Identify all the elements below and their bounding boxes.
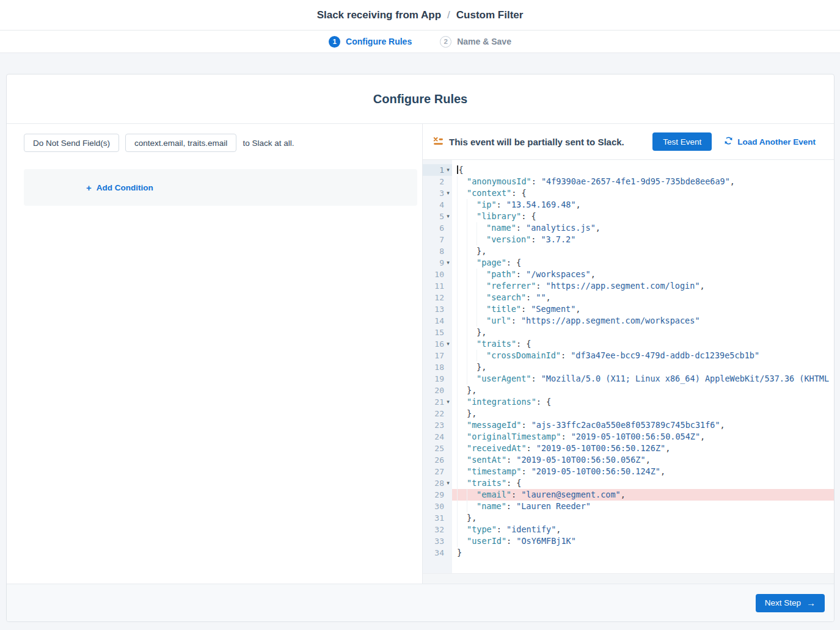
fold-toggle-icon[interactable]: ▾ (444, 338, 452, 350)
gutter-line-20: 20 (423, 385, 452, 396)
code-line-1: { (457, 164, 834, 176)
rule-fields-button[interactable]: context.email, traits.email (125, 134, 236, 152)
card-header: Configure Rules (7, 74, 834, 124)
fold-toggle-icon[interactable]: ▾ (444, 187, 452, 199)
gutter-line-4: 4 (423, 199, 452, 211)
line-number: 15 (434, 327, 444, 338)
fold-toggle-icon[interactable]: ▾ (444, 396, 452, 408)
partial-send-icon (433, 137, 444, 147)
gutter-line-12: 12 (423, 292, 452, 303)
editor-code[interactable]: {"anonymousId": "4f9390ae-2657-4fe1-9d95… (452, 160, 834, 573)
line-number: 7 (439, 234, 444, 245)
line-number: 16 (434, 338, 444, 350)
gutter-line-15: 15 (423, 327, 452, 338)
code-line-11: "referrer": "https://app.segment.com/log… (457, 280, 834, 292)
load-another-event-label: Load Another Event (737, 137, 816, 147)
breadcrumb-secondary: Custom Filter (456, 9, 524, 21)
rule-action-button[interactable]: Do Not Send Field(s) (24, 134, 119, 152)
gutter-line-3: 3▾ (423, 187, 452, 199)
gutter-line-28: 28▾ (423, 477, 452, 489)
line-number: 26 (434, 454, 444, 466)
code-line-27: "timestamp": "2019-05-10T00:56:50.124Z", (457, 466, 834, 477)
code-line-10: "path": "/workspaces", (457, 269, 834, 280)
code-line-24: "originalTimestamp": "2019-05-10T00:56:5… (457, 431, 834, 443)
code-line-25: "receivedAt": "2019-05-10T00:56:50.126Z"… (457, 443, 834, 454)
gutter-line-32: 32 (423, 524, 452, 535)
text-cursor (457, 165, 458, 174)
line-number: 6 (439, 222, 444, 234)
gutter-line-23: 23 (423, 419, 452, 431)
line-number: 24 (434, 431, 444, 443)
code-line-17: "crossDomainId": "df3a47ee-bcc9-479d-add… (457, 350, 834, 361)
editor-horizontal-scrollbar[interactable] (423, 573, 834, 584)
line-number: 34 (434, 547, 444, 559)
line-number: 31 (434, 512, 444, 524)
gutter-line-6: 6 (423, 222, 452, 234)
gutter-line-7: 7 (423, 234, 452, 245)
line-number: 8 (439, 245, 444, 257)
gutter-line-14: 14 (423, 315, 452, 327)
gutter-line-16: 16▾ (423, 338, 452, 350)
gutter-line-17: 17 (423, 350, 452, 361)
gutter-line-13: 13 (423, 303, 452, 315)
gutter-line-26: 26 (423, 454, 452, 466)
add-condition-box: + Add Condition (24, 169, 417, 206)
line-number: 33 (434, 535, 444, 547)
line-number: 17 (434, 350, 444, 361)
code-line-23: "messageId": "ajs-33ffc2ac0a550e8f053789… (457, 419, 834, 431)
load-another-event-button[interactable]: Load Another Event (724, 136, 816, 147)
gutter-line-21: 21▾ (423, 396, 452, 408)
refresh-icon (724, 136, 733, 147)
code-line-22: }, (457, 408, 834, 419)
json-editor[interactable]: 1▾23▾45▾6789▾10111213141516▾1718192021▾2… (423, 160, 834, 573)
line-number: 4 (439, 199, 444, 211)
rules-panel: Do Not Send Field(s) context.email, trai… (7, 124, 422, 584)
code-line-21: "integrations": { (457, 396, 834, 408)
code-line-8: }, (457, 245, 834, 257)
fold-toggle-icon[interactable]: ▾ (444, 164, 452, 176)
gutter-line-34: 34 (423, 547, 452, 559)
code-line-34: } (457, 547, 834, 559)
wizard-steps: 1 Configure Rules 2 Name & Save (0, 31, 840, 53)
code-line-19: "userAgent": "Mozilla/5.0 (X11; Linux x8… (457, 373, 834, 385)
code-line-26: "sentAt": "2019-05-10T00:56:50.056Z", (457, 454, 834, 466)
line-number: 13 (434, 303, 444, 315)
line-number: 27 (434, 466, 444, 477)
page-header: Slack receiving from App/Custom Filter (0, 0, 840, 31)
line-number: 19 (434, 373, 444, 385)
event-header: This event will be partially sent to Sla… (423, 124, 834, 160)
gutter-line-18: 18 (423, 361, 452, 373)
fold-toggle-icon[interactable]: ▾ (444, 477, 452, 489)
line-number: 21 (434, 396, 444, 408)
page-background: Configure Rules Do Not Send Field(s) con… (0, 53, 840, 630)
code-line-15: }, (457, 327, 834, 338)
add-condition-button[interactable]: + Add Condition (86, 183, 153, 192)
step-name-save[interactable]: 2 Name & Save (440, 36, 511, 48)
gutter-line-19: 19 (423, 373, 452, 385)
code-line-29: "email": "lauren@segment.com", (452, 489, 834, 501)
gutter-line-30: 30 (423, 501, 452, 512)
next-step-button[interactable]: Next Step → (756, 594, 825, 612)
step-configure-rules[interactable]: 1 Configure Rules (329, 36, 412, 48)
line-number: 14 (434, 315, 444, 327)
gutter-line-25: 25 (423, 443, 452, 454)
fold-toggle-icon[interactable]: ▾ (444, 211, 452, 222)
code-line-16: "traits": { (457, 338, 834, 350)
line-number: 20 (434, 385, 444, 396)
code-line-18: }, (457, 361, 834, 373)
step-2-circle: 2 (440, 36, 451, 48)
editor-gutter: 1▾23▾45▾6789▾10111213141516▾1718192021▾2… (423, 160, 452, 573)
test-event-button[interactable]: Test Event (652, 132, 712, 151)
add-condition-label: Add Condition (97, 183, 153, 192)
step-1-label: Configure Rules (346, 37, 412, 46)
gutter-line-5: 5▾ (423, 211, 452, 222)
card-body: Do Not Send Field(s) context.email, trai… (7, 124, 834, 584)
code-line-5: "library": { (457, 211, 834, 222)
breadcrumb-separator: / (441, 9, 456, 21)
gutter-line-8: 8 (423, 245, 452, 257)
code-line-30: "name": "Lauren Reeder" (457, 501, 834, 512)
fold-toggle-icon[interactable]: ▾ (444, 257, 452, 269)
line-number: 23 (434, 419, 444, 431)
plus-icon: + (86, 183, 92, 192)
gutter-line-29: 29 (423, 489, 452, 501)
